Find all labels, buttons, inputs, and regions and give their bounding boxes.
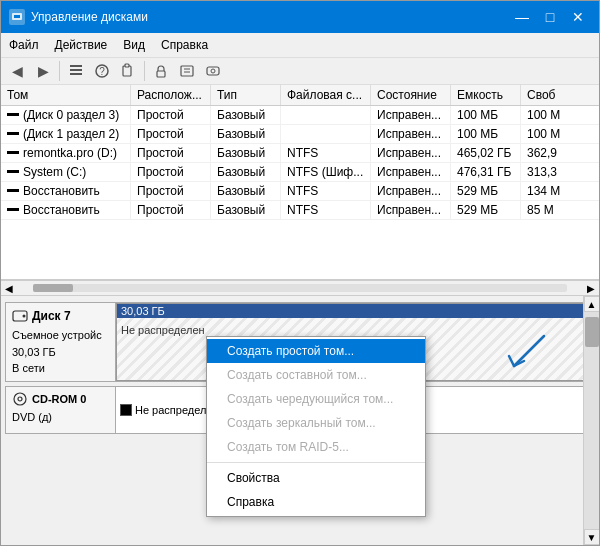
h-scroll-right[interactable]: ▶	[583, 283, 599, 294]
v-scroll-down[interactable]: ▼	[584, 529, 600, 545]
vertical-scrollbar[interactable]: ▲ ▼	[583, 296, 599, 545]
svg-text:?: ?	[99, 66, 105, 77]
td-fajlovaya: NTFS	[281, 201, 371, 219]
v-scroll-thumb[interactable]	[585, 317, 599, 347]
td-fajlovaya: NTFS	[281, 144, 371, 162]
td-sostoyanie: Исправен...	[371, 106, 451, 124]
td-tip: Базовый	[211, 182, 281, 200]
menu-view[interactable]: Вид	[115, 35, 153, 55]
lock-button[interactable]	[149, 60, 173, 82]
td-tip: Базовый	[211, 125, 281, 143]
legend-color-unallocated	[120, 404, 132, 416]
td-tom: remontka.pro (D:)	[1, 144, 131, 162]
ctx-create-simple[interactable]: Создать простой том...	[207, 339, 425, 363]
removable-disk-icon	[12, 308, 28, 324]
forward-button[interactable]: ▶	[31, 60, 55, 82]
td-emkost: 100 МБ	[451, 106, 521, 124]
td-sostoyanie: Исправен...	[371, 125, 451, 143]
content-area: Том Располож... Тип Файловая с... Состоя…	[1, 85, 599, 545]
table-row[interactable]: Восстановить Простой Базовый NTFS Исправ…	[1, 201, 599, 220]
h-scroll-left[interactable]: ◀	[1, 283, 17, 294]
ctx-create-mirror[interactable]: Создать зеркальный том...	[207, 411, 425, 435]
minimize-button[interactable]: —	[509, 7, 535, 27]
svg-point-14	[211, 69, 215, 73]
header-svob: Своб	[521, 85, 599, 105]
td-raspolozh: Простой	[131, 106, 211, 124]
horizontal-scrollbar[interactable]: ◀ ▶	[1, 280, 599, 296]
table-row[interactable]: (Диск 1 раздел 2) Простой Базовый Исправ…	[1, 125, 599, 144]
td-fajlovaya: NTFS (Шиф...	[281, 163, 371, 181]
disk-table: Том Располож... Тип Файловая с... Состоя…	[1, 85, 599, 280]
h-scroll-thumb[interactable]	[33, 284, 73, 292]
menu-bar: Файл Действие Вид Справка	[1, 33, 599, 58]
properties-button[interactable]	[175, 60, 199, 82]
td-emkost: 476,31 ГБ	[451, 163, 521, 181]
ctx-properties[interactable]: Свойства	[207, 466, 425, 490]
title-bar: Управление дисками — □ ✕	[1, 1, 599, 33]
svg-rect-9	[157, 71, 165, 77]
td-raspolozh: Простой	[131, 125, 211, 143]
header-tom: Том	[1, 85, 131, 105]
td-tip: Базовый	[211, 106, 281, 124]
svg-rect-4	[70, 65, 82, 67]
toolbar: ◀ ▶ ?	[1, 58, 599, 85]
cdrom-subtitle: DVD (д)	[12, 409, 109, 426]
svg-point-16	[23, 315, 26, 318]
td-raspolozh: Простой	[131, 144, 211, 162]
td-svob: 85 М	[521, 201, 599, 219]
table-header: Том Располож... Тип Файловая с... Состоя…	[1, 85, 599, 106]
ctx-create-composite[interactable]: Создать составной том...	[207, 363, 425, 387]
arrow-pointer	[504, 331, 544, 371]
table-row[interactable]: System (C:) Простой Базовый NTFS (Шиф...…	[1, 163, 599, 182]
td-fajlovaya: NTFS	[281, 182, 371, 200]
disk7-network: В сети	[12, 360, 109, 377]
header-fajlovaya: Файловая с...	[281, 85, 371, 105]
svg-point-18	[18, 397, 22, 401]
disk7-title: Диск 7	[32, 307, 71, 325]
menu-action[interactable]: Действие	[47, 35, 116, 55]
table-row[interactable]: remontka.pro (D:) Простой Базовый NTFS И…	[1, 144, 599, 163]
close-button[interactable]: ✕	[565, 7, 591, 27]
td-sostoyanie: Исправен...	[371, 182, 451, 200]
v-scroll-track[interactable]	[584, 312, 600, 529]
disk-button[interactable]	[201, 60, 225, 82]
disk7-size: 30,03 ГБ	[12, 344, 109, 361]
svg-point-17	[14, 393, 26, 405]
svg-line-19	[514, 336, 544, 366]
td-tom: (Диск 1 раздел 2)	[1, 125, 131, 143]
h-scroll-track[interactable]	[33, 284, 567, 292]
td-emkost: 529 МБ	[451, 182, 521, 200]
toolbar-sep-1	[59, 61, 60, 81]
table-row[interactable]: (Диск 0 раздел 3) Простой Базовый Исправ…	[1, 106, 599, 125]
td-tom: System (C:)	[1, 163, 131, 181]
svg-rect-1	[14, 15, 20, 18]
disk7-label: Диск 7 Съемное устройс 30,03 ГБ В сети	[6, 303, 116, 381]
td-svob: 313,3	[521, 163, 599, 181]
svg-rect-3	[70, 69, 82, 71]
window: Управление дисками — □ ✕ Файл Действие В…	[0, 0, 600, 546]
ctx-help[interactable]: Справка	[207, 490, 425, 514]
td-tom: Восстановить	[1, 201, 131, 219]
clipboard-button[interactable]	[116, 60, 140, 82]
td-svob: 100 М	[521, 125, 599, 143]
v-scroll-up[interactable]: ▲	[584, 296, 600, 312]
back-button[interactable]: ◀	[5, 60, 29, 82]
header-raspolozh: Располож...	[131, 85, 211, 105]
menu-help[interactable]: Справка	[153, 35, 216, 55]
cdrom-title: CD-ROM 0	[32, 391, 86, 408]
ctx-create-raid5[interactable]: Создать том RAID-5...	[207, 435, 425, 459]
help-button[interactable]: ?	[90, 60, 114, 82]
menu-file[interactable]: Файл	[1, 35, 47, 55]
td-raspolozh: Простой	[131, 182, 211, 200]
ctx-separator	[207, 462, 425, 463]
td-raspolozh: Простой	[131, 201, 211, 219]
maximize-button[interactable]: □	[537, 7, 563, 27]
cdrom-icon	[12, 391, 28, 407]
svg-rect-10	[181, 66, 193, 76]
td-emkost: 529 МБ	[451, 201, 521, 219]
td-tip: Базовый	[211, 144, 281, 162]
up-button[interactable]	[64, 60, 88, 82]
table-row[interactable]: Восстановить Простой Базовый NTFS Исправ…	[1, 182, 599, 201]
td-svob: 100 М	[521, 106, 599, 124]
ctx-create-striped[interactable]: Создать чередующийся том...	[207, 387, 425, 411]
